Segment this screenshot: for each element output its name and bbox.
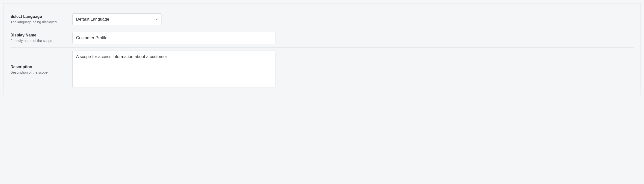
label-display-name: Display Name [10, 33, 68, 38]
form-panel: Select Language The language being displ… [3, 3, 641, 95]
sublabel-description: Description of the scope [10, 70, 68, 75]
row-display-name: Display Name Friendly name of the scope [10, 29, 634, 48]
control-col-description [72, 51, 276, 89]
control-col-language: Default Language [72, 13, 276, 25]
sublabel-display-name: Friendly name of the scope [10, 39, 68, 43]
language-select-wrap: Default Language [72, 13, 162, 25]
label-select-language: Select Language [10, 14, 68, 19]
row-description: Description Description of the scope [10, 48, 634, 89]
language-select[interactable]: Default Language [72, 13, 162, 25]
description-textarea[interactable] [72, 51, 276, 88]
row-select-language: Select Language The language being displ… [10, 11, 634, 29]
label-col-display-name: Display Name Friendly name of the scope [10, 33, 72, 43]
control-col-display-name [72, 32, 276, 44]
label-col-language: Select Language The language being displ… [10, 14, 72, 25]
label-description: Description [10, 64, 68, 70]
sublabel-select-language: The language being displayed [10, 20, 68, 25]
display-name-input[interactable] [72, 32, 276, 44]
label-col-description: Description Description of the scope [10, 64, 72, 75]
